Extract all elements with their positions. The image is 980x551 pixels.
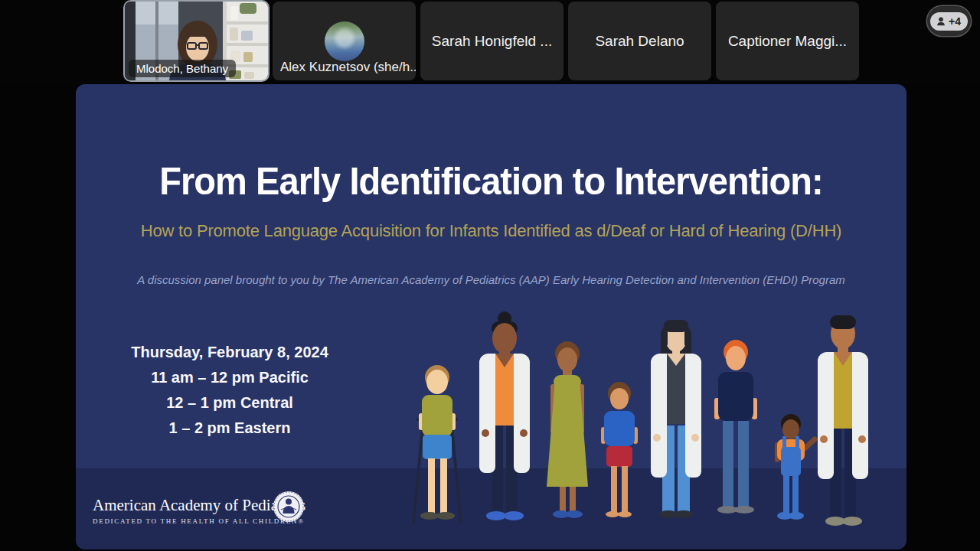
event-time-eastern: 1 – 2 pm Eastern	[126, 416, 333, 441]
meeting-window: Mlodoch, Bethany Alex Kuznetsov (she/h..…	[0, 0, 980, 551]
person-doctor-orange-shirt	[479, 311, 530, 520]
participant-name-label: Captioner Maggi...	[716, 33, 859, 50]
person-boy-with-crutches	[413, 365, 461, 523]
participant-count-pill: +4	[930, 12, 968, 31]
slide-tagline: A discussion panel brought to you by The…	[76, 273, 906, 286]
more-participants-badge[interactable]: +4	[927, 6, 971, 36]
person-doctor-long-hair	[651, 320, 701, 518]
participant-tile-mlodoch-bethany[interactable]: Mlodoch, Bethany	[125, 2, 268, 80]
person-child-blue-shirt	[601, 382, 638, 517]
participants-filmstrip: Mlodoch, Bethany Alex Kuznetsov (she/h..…	[0, 0, 980, 84]
participant-name-label: Sarah Honigfeld ...	[420, 33, 564, 50]
diverse-people-illustration	[400, 309, 883, 535]
event-schedule: Thursday, February 8, 2024 11 am – 12 pm…	[126, 340, 333, 441]
shared-slide: From Early Identification to Interventio…	[76, 84, 906, 549]
slide-subtitle: How to Promote Language Acquisition for …	[76, 221, 906, 241]
event-date: Thursday, February 8, 2024	[126, 340, 333, 365]
person-boy-red-hair	[714, 340, 757, 514]
event-time-pacific: 11 am – 12 pm Pacific	[126, 365, 333, 390]
participant-name-label: Mlodoch, Bethany	[129, 60, 236, 77]
person-woman-olive-dress	[547, 341, 588, 518]
person-doctor-olive-shirt	[818, 315, 868, 526]
participant-name-label: Sarah Delano	[568, 33, 711, 50]
participant-tile-alex-kuznetsov[interactable]: Alex Kuznetsov (she/h...	[273, 2, 416, 80]
aap-seal-icon	[272, 490, 305, 523]
person-icon	[936, 16, 946, 27]
overflow-count-label: +4	[949, 15, 961, 28]
participant-tile-sarah-delano[interactable]: Sarah Delano	[568, 2, 711, 80]
event-time-central: 12 – 1 pm Central	[126, 390, 333, 416]
participant-name-label: Alex Kuznetsov (she/h...	[280, 60, 416, 75]
person-toddler-overalls	[775, 414, 815, 520]
participant-tile-captioner[interactable]: Captioner Maggi...	[716, 2, 859, 80]
participant-tile-sarah-honigfeld[interactable]: Sarah Honigfeld ...	[420, 2, 564, 80]
avatar	[325, 21, 364, 61]
slide-title: From Early Identification to Interventio…	[101, 159, 882, 204]
